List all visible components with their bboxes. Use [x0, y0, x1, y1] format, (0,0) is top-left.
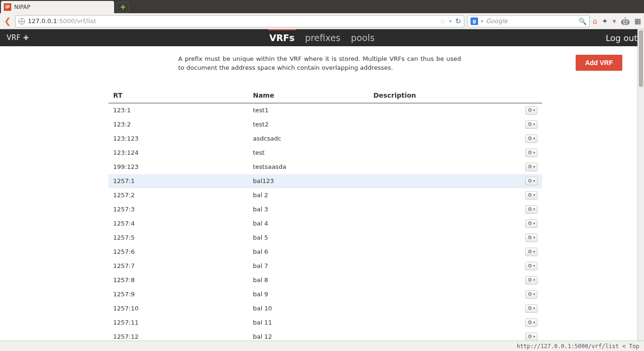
cell-description [369, 231, 513, 245]
cell-name: asdcsadc [248, 132, 369, 146]
table-row[interactable]: 1257:5bal 5⚙▾ [108, 231, 542, 245]
chevron-down-icon: ▾ [533, 250, 535, 254]
table-row[interactable]: 123:123asdcsadc⚙▾ [108, 132, 542, 146]
row-actions-button[interactable]: ⚙▾ [525, 290, 537, 299]
reload-icon[interactable]: ↻ [455, 17, 462, 25]
row-actions-button[interactable]: ⚙▾ [525, 163, 537, 171]
android-icon[interactable]: 🤖 [621, 17, 630, 25]
new-tab-button[interactable]: + [117, 2, 129, 12]
cell-name: bal 7 [248, 259, 369, 273]
chevron-down-icon: ▾ [533, 235, 535, 240]
table-row[interactable]: 123:124test⚙▾ [108, 146, 542, 160]
nav-tab-vrfs[interactable]: VRFs [268, 33, 296, 43]
table-row[interactable]: 199:123testsaasda⚙▾ [108, 160, 542, 174]
gear-icon: ⚙ [528, 121, 532, 127]
logout-link[interactable]: Log out [606, 33, 637, 43]
row-actions-button[interactable]: ⚙▾ [525, 318, 537, 327]
row-actions-button[interactable]: ⚙▾ [525, 191, 537, 200]
row-actions-button[interactable]: ⚙▾ [525, 149, 537, 157]
cell-rt: 1257:1 [108, 174, 248, 188]
cell-description [369, 146, 513, 160]
chevron-down-icon: ▾ [533, 334, 535, 339]
extension-icon[interactable]: ✦ [602, 17, 608, 25]
vrf-selector[interactable]: VRF ✚ [7, 33, 29, 42]
table-row[interactable]: 1257:8bal 8⚙▾ [108, 273, 542, 287]
search-engine-icon[interactable]: g [471, 17, 478, 25]
row-actions-button[interactable]: ⚙▾ [525, 248, 537, 256]
gear-icon: ⚙ [528, 164, 532, 170]
row-actions-button[interactable]: ⚙▾ [525, 276, 537, 284]
table-row[interactable]: 1257:1bal123⚙▾ [108, 174, 542, 188]
cell-rt: 1257:10 [108, 301, 248, 316]
page-content: A prefix must be unique within the VRF w… [0, 46, 641, 341]
cell-actions: ⚙▾ [513, 202, 542, 217]
add-vrf-button[interactable]: Add VRF [576, 55, 622, 71]
table-row[interactable]: 1257:3bal 3⚙▾ [108, 202, 542, 217]
cell-rt: 1257:8 [108, 273, 248, 287]
browser-tab-strip: IP NIPAP + [0, 0, 644, 13]
table-row[interactable]: 1257:9bal 9⚙▾ [108, 287, 542, 301]
cell-name: bal 6 [248, 245, 369, 259]
table-row[interactable]: 1257:11bal 11⚙▾ [108, 316, 542, 330]
cell-actions: ⚙▾ [513, 217, 542, 231]
table-row[interactable]: 123:1test1⚙▾ [108, 103, 542, 117]
col-header-rt: RT [108, 89, 248, 103]
row-actions-button[interactable]: ⚙▾ [525, 205, 537, 214]
scrollbar-thumb[interactable] [639, 30, 643, 87]
table-row[interactable]: 1257:12bal 12⚙▾ [108, 330, 542, 341]
cell-name: bal 8 [248, 273, 369, 287]
cell-actions: ⚙▾ [513, 160, 542, 174]
cell-actions: ⚙▾ [513, 174, 542, 188]
row-actions-button[interactable]: ⚙▾ [525, 134, 537, 143]
browser-toolbar: ❮ 127.0.0.1:5000/vrf/list ☆ ▾ ↻ g ▾ Goog… [0, 13, 644, 29]
cell-description [369, 174, 513, 188]
back-button[interactable]: ❮ [3, 17, 12, 26]
nav-tab-prefixes[interactable]: prefixes [304, 33, 341, 43]
table-row[interactable]: 1257:7bal 7⚙▾ [108, 259, 542, 273]
table-row[interactable]: 1257:6bal 6⚙▾ [108, 245, 542, 259]
table-row[interactable]: 1257:10bal 10⚙▾ [108, 301, 542, 316]
row-actions-button[interactable]: ⚙▾ [525, 262, 537, 270]
gear-icon: ⚙ [528, 178, 532, 184]
cell-name: testsaasda [248, 160, 369, 174]
browser-search-box[interactable]: g ▾ Google 🔍 [467, 15, 590, 27]
row-actions-button[interactable]: ⚙▾ [525, 106, 537, 115]
cell-rt: 199:123 [108, 160, 248, 174]
bookmark-star-icon[interactable]: ☆ [440, 17, 446, 25]
toolbar-dropdown-icon[interactable]: ▾ [612, 17, 616, 25]
gear-icon: ⚙ [528, 206, 532, 212]
cell-name: bal 2 [248, 188, 369, 202]
row-actions-button[interactable]: ⚙▾ [525, 120, 537, 129]
row-actions-button[interactable]: ⚙▾ [525, 219, 537, 228]
table-row[interactable]: 1257:2bal 2⚙▾ [108, 188, 542, 202]
browser-toolbar-icons: ⌂ ✦ ▾ 🤖 ▦ [593, 17, 641, 25]
cell-actions: ⚙▾ [513, 316, 542, 330]
nav-tab-pools[interactable]: pools [350, 33, 376, 43]
table-row[interactable]: 1257:4bal 4⚙▾ [108, 217, 542, 231]
tab-title: NIPAP [14, 4, 30, 10]
table-row[interactable]: 123:2test2⚙▾ [108, 117, 542, 132]
row-actions-button[interactable]: ⚙▾ [525, 304, 537, 313]
vertical-scrollbar[interactable] [637, 29, 644, 341]
row-actions-button[interactable]: ⚙▾ [525, 177, 537, 185]
cell-description [369, 160, 513, 174]
chevron-down-icon: ▾ [533, 108, 535, 112]
col-header-name: Name [248, 89, 369, 103]
cell-actions: ⚙▾ [513, 259, 542, 273]
search-icon[interactable]: 🔍 [578, 17, 586, 25]
browser-tab[interactable]: IP NIPAP [1, 1, 114, 13]
row-actions-button[interactable]: ⚙▾ [525, 234, 537, 242]
col-header-actions [513, 89, 542, 103]
cell-name: bal 4 [248, 217, 369, 231]
urlbar-dropdown-icon[interactable]: ▾ [449, 19, 452, 24]
cell-actions: ⚙▾ [513, 146, 542, 160]
cell-actions: ⚙▾ [513, 231, 542, 245]
cell-actions: ⚙▾ [513, 273, 542, 287]
row-actions-button[interactable]: ⚙▾ [525, 333, 537, 341]
save-page-icon[interactable]: ▦ [635, 17, 641, 25]
cell-rt: 123:1 [108, 103, 248, 117]
cell-rt: 1257:4 [108, 217, 248, 231]
home-icon[interactable]: ⌂ [593, 17, 597, 25]
search-engine-dropdown-icon[interactable]: ▾ [481, 19, 483, 24]
url-bar[interactable]: 127.0.0.1:5000/vrf/list ☆ ▾ ↻ [15, 15, 464, 27]
